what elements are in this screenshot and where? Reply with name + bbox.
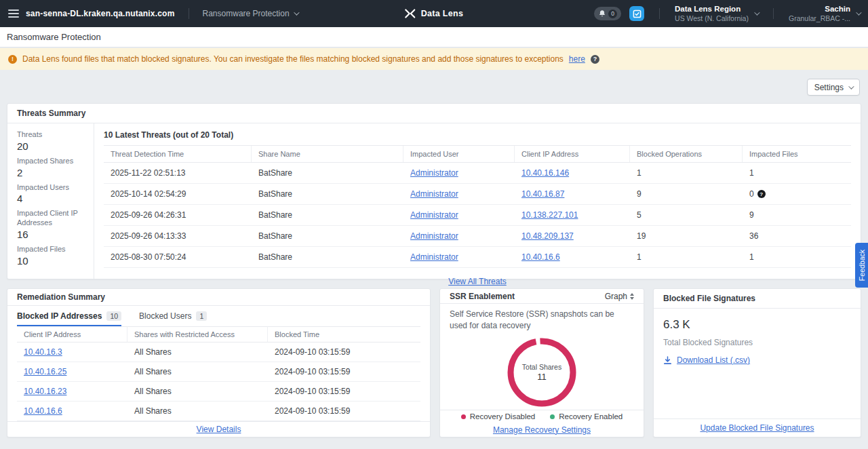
threats-table-header: Threat Detection Time Share Name Impacte… — [104, 145, 851, 163]
blocked-ip-link[interactable]: 10.40.16.6 — [24, 406, 62, 416]
client-ip-link[interactable]: 10.138.227.101 — [521, 210, 578, 220]
tab-count-badge: 1 — [196, 311, 207, 321]
tab-count-badge: 10 — [106, 311, 121, 321]
nav-dropdown-label: Ransomware Protection — [203, 9, 290, 18]
client-ip-link[interactable]: 10.48.209.137 — [521, 231, 574, 241]
blocked-ip-link[interactable]: 10.40.16.25 — [24, 367, 66, 376]
sort-arrows-icon — [630, 293, 634, 300]
brand-name: Data Lens — [421, 9, 463, 18]
ssr-donut-chart: Total Shares 11 — [505, 335, 579, 410]
legend-dot-enabled — [550, 414, 555, 419]
chevron-down-icon — [754, 9, 760, 15]
stat-impacted-ips: Impacted Client IP Addresses 16 — [17, 209, 94, 240]
blocked-ip-link[interactable]: 10.40.16.23 — [24, 387, 66, 396]
blocked-ip-row: 10.40.16.25 All Shares 2024-09-10 03:15:… — [17, 362, 420, 382]
region-label: Data Lens Region — [675, 4, 749, 14]
graph-view-selector[interactable]: Graph — [605, 292, 634, 301]
stat-threats: Threats 20 — [17, 130, 94, 152]
notifications-button[interactable]: 0 — [594, 7, 621, 20]
client-ip-link[interactable]: 10.40.16.6 — [521, 252, 560, 262]
ssr-enablement-card: SSR Enablement Graph Self Service Restor… — [439, 288, 644, 437]
server-hostname: san-senna-DL.kraken.qa.nutanix.com — [26, 9, 175, 18]
chevron-down-icon — [848, 83, 854, 89]
info-icon[interactable]: ? — [757, 190, 766, 198]
threat-row: 2025-10-14 02:54:29 BatShare Administrat… — [104, 184, 851, 205]
remediation-tabs: Blocked IP Addresses 10 Blocked Users 1 — [7, 306, 430, 326]
chevron-down-icon — [856, 9, 861, 15]
impacted-user-link[interactable]: Administrator — [410, 168, 458, 178]
threats-summary-card: Threats Summary Threats 20 Impacted Shar… — [7, 103, 861, 279]
warning-banner: ! Data Lens found files that match block… — [0, 48, 868, 70]
legend-dot-disabled — [461, 414, 466, 419]
stat-impacted-users: Impacted Users 4 — [17, 183, 94, 205]
notification-count-badge: 0 — [608, 9, 617, 18]
nutanix-x-icon — [405, 8, 416, 19]
signatures-count: 6.3 K — [663, 318, 851, 332]
download-icon — [663, 356, 672, 365]
page-title: Ransomware Protection — [7, 32, 101, 42]
help-icon[interactable]: ? — [591, 55, 599, 64]
stat-impacted-shares: Impacted Shares 2 — [17, 157, 94, 178]
client-ip-link[interactable]: 10.40.16.87 — [521, 189, 564, 199]
remediation-summary-card: Remediation Summary Blocked IP Addresses… — [7, 288, 431, 437]
chevron-down-icon — [294, 9, 299, 15]
region-selector[interactable]: Data Lens Region US West (N. California) — [675, 4, 758, 23]
warning-text: Data Lens found files that match blocked… — [22, 54, 564, 64]
update-blocked-signatures-link[interactable]: Update Blocked File Signatures — [700, 423, 814, 433]
tab-blocked-ip-addresses[interactable]: Blocked IP Addresses 10 — [17, 311, 121, 326]
blocked-ip-row: 10.40.16.3 All Shares 2024-09-10 03:15:5… — [17, 343, 420, 362]
threat-row: 2025-11-22 02:51:13 BatShare Administrat… — [104, 163, 851, 184]
donut-center-value: 11 — [537, 372, 547, 382]
warning-icon: ! — [8, 55, 17, 64]
tab-blocked-users[interactable]: Blocked Users 1 — [139, 311, 207, 326]
remediation-header: Remediation Summary — [7, 289, 430, 306]
view-details-link[interactable]: View Details — [197, 425, 241, 434]
signatures-count-label: Total Blocked Signatures — [663, 338, 851, 347]
client-ip-link[interactable]: 10.40.16.146 — [521, 168, 569, 178]
impacted-user-link[interactable]: Administrator — [410, 231, 458, 241]
stat-impacted-files: Impacted Files 10 — [17, 245, 94, 267]
view-all-threats-link[interactable]: View All Threats — [448, 277, 507, 286]
banner-here-link[interactable]: here — [569, 54, 585, 64]
threats-summary-header: Threats Summary — [7, 104, 861, 123]
tasks-button[interactable] — [629, 6, 644, 21]
brand-logo: Data Lens — [405, 0, 463, 27]
divider — [659, 8, 660, 19]
page-title-bar: Ransomware Protection — [0, 27, 868, 47]
threat-row: 2025-08-30 07:50:24 BatShare Administrat… — [104, 247, 851, 268]
region-value: US West (N. California) — [675, 14, 749, 23]
manage-recovery-settings-link[interactable]: Manage Recovery Settings — [493, 425, 591, 435]
divider — [773, 8, 774, 19]
legend-recovery-enabled: Recovery Enabled — [550, 412, 623, 421]
top-navigation-bar: san-senna-DL.kraken.qa.nutanix.com Ranso… — [0, 0, 868, 27]
download-list-link[interactable]: Download List (.csv) — [677, 355, 750, 365]
user-role: Granular_RBAC -... — [789, 14, 850, 23]
signatures-header: Blocked File Signatures — [654, 289, 861, 309]
latest-threats-title: 10 Latest Threats (out of 20 Total) — [104, 130, 851, 140]
user-name: Sachin — [825, 4, 850, 14]
settings-button[interactable]: Settings — [807, 79, 860, 96]
threats-stats-column: Threats 20 Impacted Shares 2 Impacted Us… — [7, 123, 94, 279]
threat-row: 2025-09-26 04:13:33 BatShare Administrat… — [104, 226, 851, 247]
bell-icon — [598, 9, 606, 18]
checkbox-tasks-icon — [633, 9, 642, 18]
impacted-user-link[interactable]: Administrator — [410, 210, 458, 220]
impacted-user-link[interactable]: Administrator — [410, 252, 458, 262]
divider — [189, 8, 189, 19]
user-menu[interactable]: Sachin Granular_RBAC -... — [789, 4, 860, 23]
blocked-ip-link[interactable]: 10.40.16.3 — [24, 347, 62, 357]
feedback-tab[interactable]: Feedback — [855, 243, 868, 288]
blocked-ip-row: 10.40.16.6 All Shares 2024-09-10 03:15:5… — [17, 402, 420, 421]
hamburger-menu-icon[interactable] — [8, 9, 19, 18]
page-nav-dropdown[interactable]: Ransomware Protection — [203, 9, 298, 18]
ssr-header-title: SSR Enablement — [450, 292, 515, 301]
donut-center-label: Total Shares — [522, 363, 561, 371]
ssr-description: Self Service Restore (SSR) snapshots can… — [440, 304, 644, 332]
legend-recovery-disabled: Recovery Disabled — [461, 412, 536, 421]
impacted-user-link[interactable]: Administrator — [410, 189, 458, 199]
ssr-legend: Recovery Disabled Recovery Enabled — [440, 410, 644, 423]
settings-label: Settings — [814, 83, 844, 92]
remediation-table-header: Client IP Address Shares with Restricted… — [17, 326, 420, 343]
feedback-label: Feedback — [858, 250, 866, 281]
threat-row: 2025-09-26 04:26:31 BatShare Administrat… — [104, 205, 851, 226]
